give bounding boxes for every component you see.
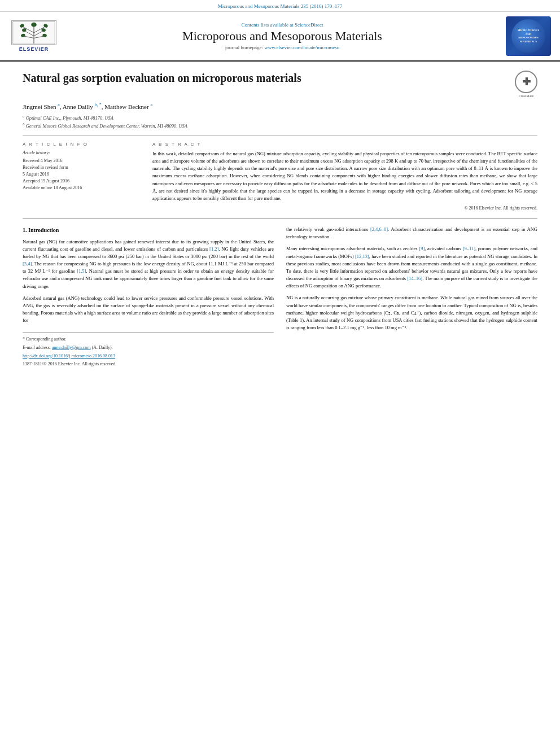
crossmark-icon: ✚ xyxy=(515,71,537,93)
affiliation-b: b General Motors Global Research and Dev… xyxy=(23,121,537,130)
doi-link[interactable]: http://dx.doi.org/10.1016/j.micromeso.20… xyxy=(23,353,115,359)
journal-logo-right: MICROPOROUSANDMESOPOROUSMATERIALS xyxy=(506,16,551,56)
corresponding-author-note: * Corresponding author. xyxy=(23,336,274,342)
article-title: Natural gas sorption evaluation on micro… xyxy=(23,71,509,85)
body-col-left: 1. Introduction Natural gas (NG) for aut… xyxy=(23,226,274,368)
ref-9[interactable]: [9] xyxy=(419,246,425,251)
svg-point-14 xyxy=(31,23,37,27)
journal-citation: Microporous and Mesoporous Materials 235… xyxy=(0,0,560,12)
elsevier-logo-image xyxy=(11,20,56,45)
info-abstract-section: A R T I C L E I N F O Article history: R… xyxy=(23,142,537,211)
body-two-col: 1. Introduction Natural gas (NG) for aut… xyxy=(23,226,537,368)
ref-14-16[interactable]: [14–16] xyxy=(407,276,422,281)
ref-1-5[interactable]: [1,5] xyxy=(77,268,86,274)
abstract-section: A B S T R A C T In this work, detailed c… xyxy=(152,142,537,211)
article-info: A R T I C L E I N F O Article history: R… xyxy=(23,142,141,211)
received-revised-label: Received in revised form xyxy=(23,164,141,171)
available-online-date: Available online 18 August 2016 xyxy=(23,185,141,191)
copyright-line: © 2016 Elsevier Inc. All rights reserved… xyxy=(152,206,537,211)
homepage-label: journal homepage: xyxy=(225,45,263,50)
email-footnote: E-mail address: anne.dailly@gm.com (A. D… xyxy=(23,344,274,351)
intro-heading: 1. Introduction xyxy=(23,226,274,235)
sciencedirect-label: Contents lists available at ScienceDirec… xyxy=(64,22,500,28)
issn-line: 1387-1811/© 2016 Elsevier Inc. All right… xyxy=(23,361,274,368)
divider-1 xyxy=(23,136,537,136)
crossmark: ✚ CrossMark xyxy=(515,71,537,98)
ref-12-13[interactable]: [12,13] xyxy=(355,254,369,259)
affiliations: a Optimal CAE Inc., Plymouth, MI 48170, … xyxy=(23,113,537,130)
homepage-url[interactable]: www.elsevier.com/locate/micromeso xyxy=(264,45,339,50)
abstract-text: In this work, detailed comparisons of th… xyxy=(152,150,537,202)
elsevier-brand-name: ELSEVIER xyxy=(19,46,49,52)
ref-3-4[interactable]: [3,4] xyxy=(23,261,32,267)
accepted-date: Accepted 15 August 2016 xyxy=(23,178,141,185)
email-link[interactable]: anne.dailly@gm.com xyxy=(52,345,91,350)
body-col-right: the relatively weak gas-solid interactio… xyxy=(286,226,537,368)
intro-para-2: Adsorbed natural gas (ANG) technology co… xyxy=(23,295,274,325)
journal-homepage: journal homepage: www.elsevier.com/locat… xyxy=(64,45,500,50)
col2-para-3: NG is a naturally occurring gas mixture … xyxy=(286,294,537,331)
journal-title: Microporous and Mesoporous Materials xyxy=(64,29,500,43)
intro-para-1: Natural gas (NG) for automotive applicat… xyxy=(23,238,274,290)
affiliation-a: a Optimal CAE Inc., Plymouth, MI 48170, … xyxy=(23,113,537,122)
citation-text: Microporous and Mesoporous Materials 235… xyxy=(218,3,342,9)
ref-1-2[interactable]: [1,2] xyxy=(209,246,218,252)
article-info-label: A R T I C L E I N F O xyxy=(23,142,141,147)
body-divider xyxy=(23,219,537,219)
article-history-label: Article history: xyxy=(23,150,141,155)
article-content: Natural gas sorption evaluation on micro… xyxy=(0,62,560,377)
ref-2-4-6-8[interactable]: [2,4,6–8] xyxy=(370,226,388,232)
abstract-label: A B S T R A C T xyxy=(152,142,537,147)
revised-date: 5 August 2016 xyxy=(23,171,141,178)
sciencedirect-link[interactable]: ScienceDirect xyxy=(295,22,323,28)
col2-para-1: the relatively weak gas-solid interactio… xyxy=(286,226,537,241)
elsevier-logo: ELSEVIER xyxy=(9,20,59,52)
journal-header: ELSEVIER Contents lists available at Sci… xyxy=(0,12,560,62)
doi-line: http://dx.doi.org/10.1016/j.micromeso.20… xyxy=(23,353,274,360)
ref-9-11[interactable]: [9–11] xyxy=(463,246,475,251)
footnotes: * Corresponding author. E-mail address: … xyxy=(23,332,274,368)
journal-center: Contents lists available at ScienceDirec… xyxy=(64,22,500,50)
crossmark-label: CrossMark xyxy=(515,94,537,98)
received-date: Received 4 May 2016 xyxy=(23,158,141,164)
authors-line: Jingmei Shen a, Anne Dailly b, *, Matthe… xyxy=(23,102,537,110)
col2-para-2: Many interesting microporous adsorbent m… xyxy=(286,245,537,290)
